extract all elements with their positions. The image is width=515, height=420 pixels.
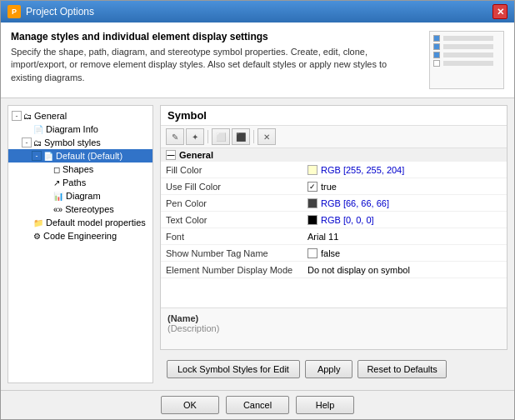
prop-show-number-tag-value: false — [308, 248, 502, 258]
toggle-symbol-styles[interactable]: - — [22, 138, 32, 148]
close-button[interactable]: ✕ — [492, 4, 508, 19]
toolbar-btn-edit[interactable]: ✎ — [166, 128, 184, 145]
prop-element-display-mode-name: Element Number Display Mode — [166, 265, 308, 275]
symbol-description: (Description) — [168, 323, 500, 333]
icon-diagram: 📊 — [53, 192, 63, 201]
label-paths: Paths — [62, 178, 86, 188]
label-default-model: Default model properties — [46, 218, 146, 228]
sidebar-item-default-model[interactable]: 📁 Default model properties — [8, 216, 152, 229]
prop-use-fill-color: Use Fill Color ✓ true — [161, 178, 507, 195]
prop-font: Font Arial 11 — [161, 228, 507, 245]
label-symbol-styles: Symbol styles — [44, 138, 101, 148]
toolbar-separator-2 — [253, 130, 254, 143]
sidebar-item-code-engineering[interactable]: ⚙ Code Engineering — [8, 229, 152, 242]
toolbar-btn-delete[interactable]: ✕ — [258, 128, 276, 145]
header-image — [429, 31, 504, 89]
label-general: General — [34, 111, 67, 121]
text-color-swatch — [308, 215, 318, 225]
fill-color-text: RGB [255, 255, 204] — [321, 165, 404, 175]
prop-element-display-mode-value: Do not display on symbol — [308, 265, 502, 275]
img-text-4 — [443, 61, 493, 66]
prop-show-number-tag-name: Show Number Tag Name — [166, 248, 308, 258]
header-title: Manage styles and individual element dis… — [11, 31, 419, 42]
sidebar-item-shapes[interactable]: ◻ Shapes — [8, 162, 152, 176]
fill-color-swatch — [308, 165, 318, 175]
label-code-engineering: Code Engineering — [43, 231, 117, 241]
img-line-4 — [433, 60, 500, 67]
pen-color-swatch — [308, 198, 318, 208]
prop-use-fill-color-value: ✓ true — [308, 182, 502, 192]
sidebar-item-diagram[interactable]: 📊 Diagram — [8, 189, 152, 202]
prop-pen-color: Pen Color RGB [66, 66, 66] — [161, 195, 507, 212]
icon-shapes: ◻ — [53, 165, 60, 174]
symbol-panel: Symbol ✎ ✦ ⬜ ⬛ ✕ — General — [160, 105, 508, 350]
name-desc-area: (Name) (Description) — [161, 308, 507, 349]
apply-button[interactable]: Apply — [305, 360, 353, 378]
label-diagram: Diagram — [66, 191, 101, 201]
icon-symbol-styles: 🗂 — [33, 138, 42, 148]
sidebar-item-paths[interactable]: ↗ Paths — [8, 176, 152, 189]
title-bar-left: P Project Options — [8, 5, 94, 18]
sidebar-item-diagram-info[interactable]: 📄 Diagram Info — [8, 122, 152, 136]
icon-general: 🗂 — [23, 112, 32, 121]
prop-font-name: Font — [166, 232, 308, 242]
prop-text-color-name: Text Color — [166, 215, 308, 225]
img-text-2 — [443, 44, 493, 49]
header-text: Manage styles and individual element dis… — [11, 31, 419, 89]
text-color-text: RGB [0, 0, 0] — [321, 215, 374, 225]
pen-color-text: RGB [66, 66, 66] — [321, 198, 389, 208]
sidebar-item-stereotypes[interactable]: «» Stereotypes — [8, 202, 152, 216]
symbol-panel-title: Symbol — [161, 106, 507, 126]
prop-fill-color-name: Fill Color — [166, 165, 308, 175]
lock-button-row: Lock Symbol Styles for Edit Apply Reset … — [160, 355, 508, 383]
prop-fill-color-value: RGB [255, 255, 204] — [308, 165, 502, 175]
symbol-toolbar: ✎ ✦ ⬜ ⬛ ✕ — [161, 126, 507, 148]
img-line-2 — [433, 43, 500, 50]
prop-show-number-tag: Show Number Tag Name false — [161, 245, 507, 262]
use-fill-color-text: true — [321, 182, 337, 192]
toggle-default[interactable]: - — [32, 151, 42, 161]
header-area: Manage styles and individual element dis… — [1, 22, 514, 98]
sidebar-item-general[interactable]: - 🗂 General — [8, 109, 152, 122]
help-button[interactable]: Help — [296, 396, 354, 414]
prop-fill-color: Fill Color RGB [255, 255, 204] — [161, 162, 507, 178]
title-bar: P Project Options ✕ — [1, 1, 514, 22]
toggle-general[interactable]: - — [12, 111, 22, 121]
prop-use-fill-color-name: Use Fill Color — [166, 182, 308, 192]
content-area: Symbol ✎ ✦ ⬜ ⬛ ✕ — General — [160, 105, 508, 383]
img-check-3 — [433, 52, 440, 58]
prop-text-color-value: RGB [0, 0, 0] — [308, 215, 502, 225]
prop-text-color: Text Color RGB [0, 0, 0] — [161, 212, 507, 228]
label-diagram-info: Diagram Info — [46, 124, 98, 134]
sidebar-tree: - 🗂 General 📄 Diagram Info - 🗂 Symbol st… — [8, 105, 153, 383]
sidebar-item-default[interactable]: - 📄 Default (Default) — [8, 149, 152, 162]
toolbar-btn-move[interactable]: ⬛ — [232, 128, 250, 145]
icon-default-model: 📁 — [33, 218, 43, 228]
img-text-1 — [443, 36, 493, 41]
icon-default: 📄 — [43, 152, 53, 161]
use-fill-color-checkbox[interactable]: ✓ — [308, 182, 318, 192]
img-text-3 — [443, 52, 493, 58]
cancel-button[interactable]: Cancel — [226, 396, 289, 414]
font-text: Arial 11 — [308, 232, 338, 242]
show-number-tag-checkbox[interactable] — [308, 248, 318, 258]
label-shapes: Shapes — [62, 164, 93, 174]
section-general-label: General — [179, 150, 213, 160]
bottom-bar: OK Cancel Help — [1, 390, 514, 419]
ok-button[interactable]: OK — [161, 396, 219, 414]
img-check-2 — [433, 43, 440, 50]
lock-symbol-styles-button[interactable]: Lock Symbol Styles for Edit — [167, 360, 300, 378]
icon-stereotypes: «» — [53, 205, 62, 214]
window-title: Project Options — [26, 6, 94, 18]
label-default: Default (Default) — [56, 151, 122, 161]
toolbar-btn-add[interactable]: ✦ — [186, 128, 204, 145]
section-general-header: — General — [161, 148, 507, 162]
toolbar-btn-clone[interactable]: ⬜ — [212, 128, 230, 145]
label-stereotypes: Stereotypes — [65, 204, 114, 214]
project-options-window: P Project Options ✕ Manage styles and in… — [0, 0, 515, 420]
section-toggle-general[interactable]: — — [166, 150, 176, 160]
reset-to-defaults-button[interactable]: Reset to Defaults — [358, 360, 446, 378]
sidebar-item-symbol-styles[interactable]: - 🗂 Symbol styles — [8, 136, 152, 149]
prop-font-value: Arial 11 — [308, 232, 502, 242]
icon-diagram-info: 📄 — [33, 125, 43, 134]
